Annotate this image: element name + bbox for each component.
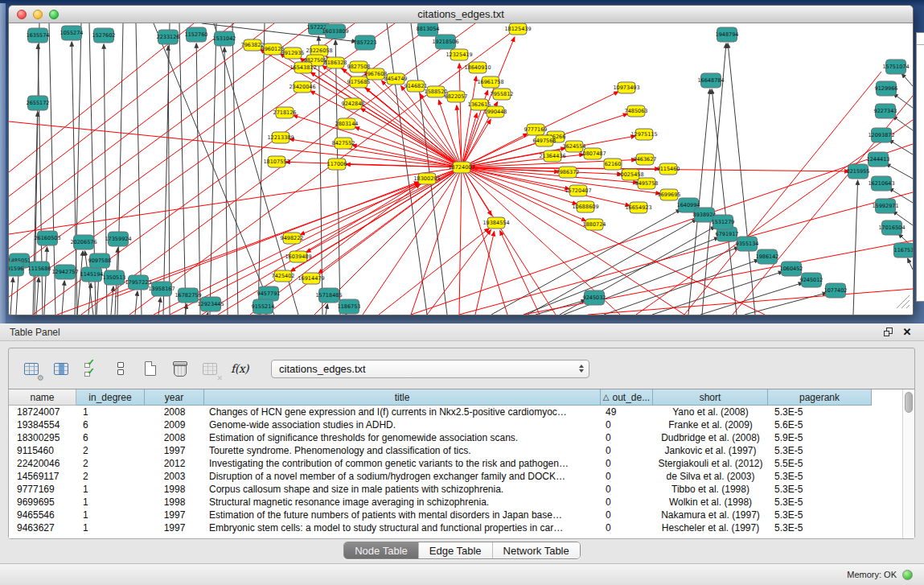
column-header-title[interactable]: title	[204, 389, 601, 406]
graph-node[interactable]: 16648784	[697, 73, 724, 88]
graph-node[interactable]: 1055274	[60, 26, 84, 40]
graph-node[interactable]: 1880724	[583, 219, 606, 230]
graph-node[interactable]: 1244413	[867, 152, 890, 167]
graph-node[interactable]: 15751074	[882, 60, 909, 74]
node-table[interactable]: namein_degreeyeartitle△out_de...shortpag…	[9, 389, 914, 538]
minimize-window-button[interactable]	[33, 10, 43, 19]
graph-node[interactable]: 9245032	[583, 290, 606, 305]
graph-node[interactable]: 9175685	[347, 76, 371, 88]
graph-node[interactable]: 9155214	[252, 299, 275, 314]
graph-node[interactable]: 9355134	[736, 237, 759, 251]
citation-network-graph[interactable]: 1872400718300295193845547963822896012889…	[9, 23, 913, 315]
table-row[interactable]: 946362711997Embryonic stem cells: a mode…	[9, 521, 914, 534]
graph-node[interactable]: 1531042	[213, 31, 236, 46]
graph-node[interactable]: 1948794	[716, 27, 739, 42]
graph-node[interactable]: 17359924	[105, 232, 131, 246]
delete-column-icon[interactable]	[170, 357, 190, 380]
graph-node[interactable]: 12325419	[446, 49, 472, 60]
graph-node[interactable]: 1186753	[338, 299, 361, 314]
close-panel-icon[interactable]: ✕	[900, 326, 914, 339]
graph-node[interactable]: 116753	[894, 243, 914, 257]
table-row[interactable]: 1456911722003Disruption of a novel membe…	[9, 470, 914, 483]
table-row[interactable]: 946554611997Estimation of the future num…	[9, 509, 914, 521]
graph-node[interactable]: 2655172	[27, 96, 50, 110]
graph-node[interactable]: 6497568	[533, 135, 556, 146]
function-builder-icon[interactable]: f(x)	[230, 357, 249, 380]
graph-node[interactable]: 7955812	[491, 89, 514, 100]
graph-node[interactable]: 9463627	[634, 154, 657, 165]
graph-node[interactable]: 9699695	[658, 189, 681, 200]
column-header-short[interactable]: short	[653, 389, 768, 406]
close-window-button[interactable]	[17, 10, 27, 19]
graph-node[interactable]: 1635574	[27, 28, 50, 43]
graph-node[interactable]: 391596	[9, 262, 24, 276]
column-visibility-icon[interactable]	[51, 357, 71, 380]
graph-node[interactable]: 7857223	[354, 35, 377, 50]
graph-node[interactable]: 2718126	[273, 107, 297, 118]
tab-network-table[interactable]: Network Table	[492, 542, 580, 558]
graph-node[interactable]: 15992971	[872, 199, 898, 213]
graph-node[interactable]: 18125439	[504, 23, 531, 35]
graph-node[interactable]: 9129966	[875, 81, 898, 96]
table-row[interactable]: 969969511998Structural magnetic resonanc…	[9, 496, 914, 509]
toggle-row-height-icon[interactable]	[111, 357, 130, 380]
graph-node[interactable]: 7485063	[625, 105, 648, 117]
zoom-window-button[interactable]	[49, 10, 59, 19]
graph-node[interactable]: 19384554	[483, 217, 509, 229]
graph-node[interactable]: 9777169	[524, 124, 548, 135]
graph-node[interactable]: 8427552	[332, 138, 355, 149]
graph-node[interactable]: 1986142	[756, 249, 779, 264]
column-header-pagerank[interactable]: pagerank	[768, 389, 872, 406]
graph-node[interactable]: 9498222	[281, 233, 304, 244]
graph-node[interactable]: 7986372	[556, 167, 580, 178]
graph-node[interactable]: 12923445	[197, 297, 224, 311]
graph-node[interactable]: 8813054	[417, 23, 440, 36]
graph-node[interactable]: 10973493	[613, 82, 639, 93]
column-header-out-de-[interactable]: △out_de...	[601, 389, 653, 406]
graph-node[interactable]: 12975115	[630, 129, 657, 140]
network-window-titlebar[interactable]: citations_edges.txt	[9, 6, 913, 23]
scrollbar-thumb[interactable]	[905, 392, 913, 413]
table-row[interactable]: 1830029562008Estimation of significance …	[9, 431, 914, 444]
canvas-resize-grip-icon[interactable]	[897, 295, 910, 308]
table-settings-icon[interactable]: ⚙	[22, 357, 41, 380]
graph-node[interactable]: 9227343	[874, 104, 897, 118]
graph-node[interactable]: 16782759	[175, 288, 201, 303]
graph-node[interactable]: 23420046	[289, 81, 315, 93]
tab-node-table[interactable]: Node Table	[344, 542, 418, 558]
graph-node[interactable]: 1990448	[484, 106, 507, 117]
background-window-edge[interactable]	[916, 32, 924, 302]
graph-node[interactable]: 16961758	[477, 76, 503, 88]
graph-node[interactable]: 1531279	[712, 215, 735, 229]
graph-node[interactable]: 12942757	[51, 265, 78, 279]
graph-node[interactable]: 16033809	[322, 24, 348, 39]
graph-node[interactable]: 16210643	[868, 176, 894, 191]
graph-node[interactable]: 2803144	[335, 118, 359, 130]
graph-node[interactable]: 62160	[604, 159, 622, 170]
graph-node[interactable]: 9097588	[88, 253, 112, 268]
new-column-icon[interactable]	[141, 357, 160, 380]
graph-node[interactable]: 8186328	[324, 57, 347, 68]
graph-node[interactable]: 19218506	[432, 35, 458, 49]
graph-node[interactable]: 8215955	[847, 164, 870, 179]
graph-node[interactable]: 1115686	[28, 262, 51, 276]
graph-node[interactable]: 2233126	[157, 30, 180, 44]
table-selector-dropdown[interactable]: citations_edges.txt	[271, 360, 589, 378]
table-row[interactable]: 977716911998Corpus callosum shape and si…	[9, 483, 914, 496]
graph-node[interactable]: 1145194	[80, 267, 104, 282]
graph-node[interactable]: 18107552	[263, 156, 290, 167]
graph-node[interactable]: 1350513	[103, 270, 126, 285]
graph-node[interactable]: 9495758	[635, 178, 659, 189]
graph-node[interactable]: 7425402	[272, 270, 295, 282]
graph-node[interactable]: 17016504	[878, 220, 905, 235]
column-header-name[interactable]: name	[9, 389, 76, 406]
graph-node[interactable]: 1077402	[824, 283, 848, 298]
delete-table-icon[interactable]: ✕	[200, 357, 220, 380]
table-vertical-scrollbar[interactable]	[902, 389, 914, 538]
table-row[interactable]: 911546021997Tourette syndrome. Phenomeno…	[9, 444, 914, 457]
table-row[interactable]: 1872400712008Changes of HCN gene express…	[9, 406, 914, 418]
graph-node[interactable]: 9115460	[657, 163, 680, 175]
float-panel-icon[interactable]	[881, 326, 895, 339]
column-header-in-degree[interactable]: in_degree	[76, 389, 145, 406]
graph-node[interactable]: 26160503	[34, 231, 60, 245]
